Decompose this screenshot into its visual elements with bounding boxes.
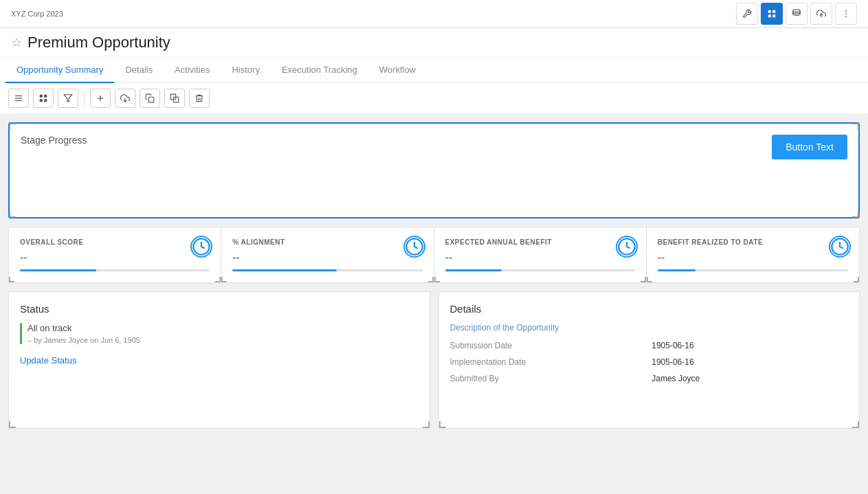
- metric-alignment-fill: [232, 269, 337, 271]
- detail-row-submitted-by: Submitted By James Joyce: [450, 374, 849, 383]
- tab-opportunity-summary[interactable]: Opportunity Summary: [5, 58, 114, 83]
- alignment-clock-icon: [403, 236, 425, 258]
- tab-details[interactable]: Details: [114, 58, 164, 83]
- metric-overall-score-value: --: [20, 251, 210, 264]
- metric-benefit-realized: BENEFIT REALIZED TO DATE --: [647, 227, 859, 282]
- tab-bar: Opportunity Summary Details Activities H…: [0, 58, 868, 83]
- submission-date-val: 1905-06-16: [652, 341, 848, 350]
- implementation-date-key: Implementation Date: [450, 357, 647, 367]
- metric-annual-benefit-label: EXPECTED ANNUAL BENEFIT: [445, 238, 635, 246]
- org-label: XYZ Corp 2023: [11, 10, 63, 18]
- update-status-link[interactable]: Update Status: [20, 355, 76, 366]
- metric-alignment: % ALIGNMENT --: [221, 227, 434, 282]
- svg-rect-14: [40, 99, 43, 102]
- main-content: Stage Progress Button Text OVERALL SCORE…: [0, 114, 868, 494]
- delete-btn[interactable]: [189, 89, 210, 108]
- mc-corner-bl3: [434, 277, 440, 282]
- mc-corner-bl4: [647, 277, 652, 282]
- clone-btn[interactable]: [164, 89, 185, 108]
- svg-rect-0: [768, 10, 771, 13]
- top-icons: [736, 3, 857, 25]
- status-content: All on track – by James Joyce on Jun 6, …: [27, 323, 419, 344]
- list-view-btn[interactable]: [8, 89, 29, 108]
- metrics-row: OVERALL SCORE -- % ALIGNMENT --: [8, 227, 860, 283]
- submitted-by-key: Submitted By: [450, 374, 647, 383]
- metric-overall-score-bar: [20, 269, 210, 271]
- panel-corner-bl: [9, 421, 16, 428]
- wrench-icon-btn[interactable]: [736, 3, 758, 25]
- svg-rect-3: [772, 14, 775, 17]
- svg-marker-16: [64, 95, 72, 102]
- detail-row-implementation: Implementation Date 1905-06-16: [450, 357, 849, 367]
- svg-rect-1: [772, 10, 775, 13]
- tab-activities[interactable]: Activities: [164, 58, 221, 83]
- metric-benefit-realized-fill: [658, 269, 695, 271]
- svg-rect-2: [768, 14, 771, 17]
- svg-point-8: [845, 16, 847, 17]
- svg-rect-13: [44, 95, 47, 98]
- grid-icon-btn[interactable]: [761, 3, 783, 25]
- metric-benefit-realized-bar: [658, 269, 848, 271]
- bottom-row: Status All on track – by James Joyce on …: [8, 291, 860, 429]
- stage-progress-title: Stage Progress: [21, 135, 87, 146]
- stage-content: Stage Progress: [21, 135, 87, 146]
- grid-view-btn[interactable]: [33, 89, 54, 108]
- metric-benefit-realized-value: --: [658, 251, 848, 264]
- svg-point-6: [845, 10, 847, 12]
- stack-icon-btn[interactable]: [786, 3, 808, 25]
- metric-annual-benefit-fill: [445, 269, 502, 271]
- status-text: All on track: [27, 323, 419, 333]
- toolbar-separator: [84, 91, 85, 105]
- status-bar-indicator: [20, 323, 22, 344]
- title-bar: ☆ Premium Opportunity: [0, 28, 868, 58]
- corner-bl: [9, 211, 16, 218]
- details-panel: Details Description of the Opportunity S…: [438, 291, 860, 429]
- metric-alignment-bar: [232, 269, 422, 271]
- benefit-realized-clock-icon: [829, 236, 851, 258]
- metric-annual-benefit-value: --: [445, 251, 635, 264]
- tab-workflow[interactable]: Workflow: [368, 58, 427, 83]
- submission-date-key: Submission Date: [450, 341, 647, 350]
- submitted-by-val: James Joyce: [652, 374, 848, 383]
- overall-score-clock-icon: [190, 236, 212, 258]
- metric-overall-score: OVERALL SCORE --: [9, 227, 221, 282]
- status-indicator: All on track – by James Joyce on Jun 6, …: [20, 323, 419, 344]
- stage-progress-panel: Stage Progress Button Text: [8, 122, 860, 218]
- tab-history[interactable]: History: [221, 58, 270, 83]
- mc-corner-br2: [428, 277, 434, 282]
- svg-point-7: [845, 13, 847, 14]
- metric-annual-benefit-bar: [445, 269, 635, 271]
- metric-alignment-label: % ALIGNMENT: [232, 238, 422, 246]
- download-btn[interactable]: [115, 89, 135, 108]
- upload-icon-btn[interactable]: [810, 3, 832, 25]
- mc-corner-bl2: [221, 277, 227, 282]
- mc-corner-bl: [9, 277, 14, 282]
- svg-rect-11: [15, 100, 23, 101]
- tab-execution-tracking[interactable]: Execution Tracking: [271, 58, 368, 83]
- svg-rect-20: [148, 97, 154, 102]
- copy-btn[interactable]: [140, 89, 160, 108]
- mc-corner-br3: [641, 277, 646, 282]
- svg-rect-9: [15, 96, 23, 96]
- more-icon-btn[interactable]: [835, 3, 857, 25]
- details-corner-br: [852, 421, 859, 428]
- mc-corner-br: [215, 277, 221, 282]
- metric-overall-score-fill: [20, 269, 96, 271]
- panel-corner-br: [423, 421, 430, 428]
- mc-corner-br4: [854, 277, 859, 282]
- star-icon[interactable]: ☆: [11, 35, 22, 50]
- svg-rect-12: [40, 95, 43, 98]
- add-btn[interactable]: [90, 89, 111, 108]
- metric-overall-score-label: OVERALL SCORE: [20, 238, 210, 246]
- toolbar: [0, 83, 868, 114]
- corner-tr: [852, 123, 859, 130]
- details-panel-title: Details: [450, 303, 849, 315]
- button-text-btn[interactable]: Button Text: [772, 135, 847, 159]
- svg-rect-10: [15, 98, 23, 98]
- page-title: Premium Opportunity: [27, 34, 170, 52]
- filter-btn[interactable]: [58, 89, 78, 108]
- corner-tl: [9, 123, 16, 130]
- metric-benefit-realized-label: BENEFIT REALIZED TO DATE: [658, 238, 848, 246]
- status-panel: Status All on track – by James Joyce on …: [8, 291, 430, 429]
- status-panel-title: Status: [20, 303, 419, 315]
